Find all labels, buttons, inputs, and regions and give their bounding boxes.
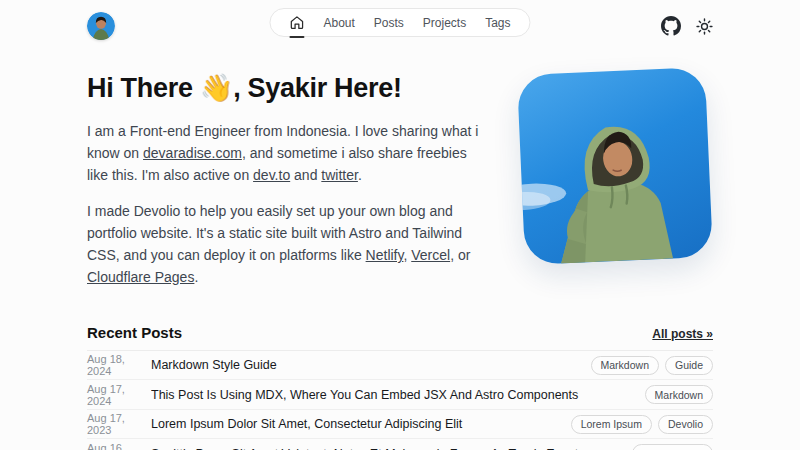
github-link[interactable] (661, 16, 681, 36)
person-in-green-hoodie-illustration (517, 67, 713, 265)
section-title: Recent Posts (87, 324, 182, 341)
post-title-link[interactable]: Markdown Style Guide (151, 358, 581, 372)
text-segment: and (290, 167, 321, 183)
nav-item-projects[interactable]: Projects (423, 16, 466, 30)
avatar[interactable] (87, 12, 115, 40)
post-date: Aug 16, 2023 (87, 442, 151, 450)
link-netlify[interactable]: Netlify (366, 247, 404, 263)
github-icon (661, 16, 681, 36)
post-tags: Markdown (645, 385, 713, 404)
tag-pill[interactable]: Lorem Ipsum (632, 444, 713, 450)
post-title-link[interactable]: This Post Is Using MDX, Where You Can Em… (151, 388, 635, 402)
tag-pill[interactable]: Devolio (658, 415, 713, 434)
link-cloudflare-pages[interactable]: Cloudflare Pages (87, 269, 194, 285)
nav-item-tags[interactable]: Tags (485, 16, 510, 30)
avatar-photo (87, 12, 115, 40)
nav-item-home[interactable] (289, 15, 304, 30)
post-row[interactable]: Aug 18, 2024 Markdown Style Guide Markdo… (87, 351, 713, 381)
hero-text: Hi There 👋, Syakir Here! I am a Front-en… (87, 68, 489, 304)
tag-pill[interactable]: Markdown (645, 385, 713, 404)
text-segment: , or (450, 247, 470, 263)
post-row[interactable]: Aug 17, 2023 Lorem Ipsum Dolor Sit Amet,… (87, 410, 713, 440)
nav-item-posts[interactable]: Posts (374, 16, 404, 30)
tag-pill[interactable]: Guide (665, 356, 713, 375)
link-vercel[interactable]: Vercel (411, 247, 450, 263)
post-date: Aug 17, 2023 (87, 412, 151, 436)
link-twitter[interactable]: twitter (321, 167, 358, 183)
nav-item-about[interactable]: About (323, 16, 354, 30)
hero-paragraph-1: I am a Front-end Engineer from Indonesia… (87, 121, 489, 186)
theme-toggle-button[interactable] (696, 18, 713, 35)
post-title-link[interactable]: Sagittis Purus Sit Amet Volutpat. Netus … (151, 447, 622, 450)
post-row[interactable]: Aug 16, 2023 Sagittis Purus Sit Amet Vol… (87, 439, 713, 450)
sun-icon (696, 18, 713, 35)
page-title: Hi There 👋, Syakir Here! (87, 72, 489, 104)
main-nav: About Posts Projects Tags (269, 8, 530, 37)
post-row[interactable]: Aug 17, 2024 This Post Is Using MDX, Whe… (87, 380, 713, 410)
header-actions (661, 16, 713, 36)
link-devaradise[interactable]: devaradise.com (143, 145, 242, 161)
hero-portrait-image (517, 67, 713, 265)
section-header: Recent Posts All posts » (87, 324, 713, 351)
post-date: Aug 18, 2024 (87, 353, 151, 377)
recent-posts-section: Recent Posts All posts » Aug 18, 2024 Ma… (87, 324, 713, 450)
site-header: About Posts Projects Tags (87, 0, 713, 44)
post-date: Aug 17, 2024 (87, 383, 151, 407)
post-tags: Lorem Ipsum Devolio (571, 415, 713, 434)
post-tags: Lorem Ipsum (632, 444, 713, 450)
post-tags: Markdown Guide (591, 356, 713, 375)
tag-pill[interactable]: Markdown (591, 356, 659, 375)
post-title-link[interactable]: Lorem Ipsum Dolor Sit Amet, Consectetur … (151, 417, 561, 431)
home-icon (289, 15, 304, 30)
hero-paragraph-2: I made Devolio to help you easily set up… (87, 201, 489, 288)
hero-section: Hi There 👋, Syakir Here! I am a Front-en… (87, 68, 713, 304)
tag-pill[interactable]: Lorem Ipsum (571, 415, 652, 434)
text-segment: . (194, 269, 198, 285)
text-segment: . (358, 167, 362, 183)
all-posts-link[interactable]: All posts » (652, 327, 713, 341)
link-devto[interactable]: dev.to (253, 167, 290, 183)
